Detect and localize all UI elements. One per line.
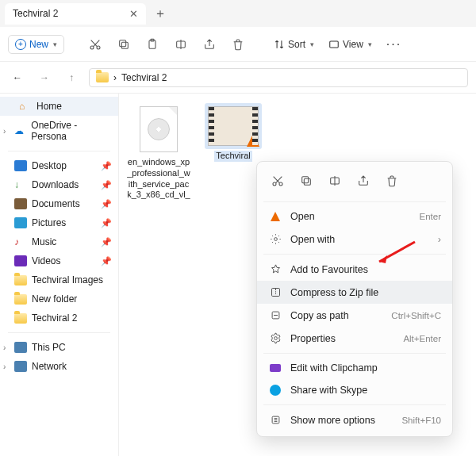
pin-icon: 📌 <box>101 237 112 247</box>
menu-item-compress-zip[interactable]: Compress to Zip file <box>257 281 452 304</box>
delete-icon[interactable] <box>381 170 403 192</box>
paste-icon[interactable] <box>140 33 164 56</box>
tab-title: Techviral 2 <box>13 8 58 19</box>
share-icon[interactable] <box>352 170 374 192</box>
folder-icon <box>96 72 109 82</box>
menu-item-open-with[interactable]: Open with› <box>257 228 452 251</box>
documents-icon <box>14 198 27 209</box>
cloud-icon: ☁ <box>14 125 26 136</box>
share-icon[interactable] <box>198 33 221 56</box>
sidebar-item-documents[interactable]: Documents📌 <box>0 194 118 213</box>
up-button[interactable]: ↑ <box>62 68 81 87</box>
sidebar-item-music[interactable]: ♪Music📌 <box>0 232 118 251</box>
svg-point-13 <box>274 238 277 241</box>
rename-icon[interactable] <box>169 33 193 56</box>
menu-item-skype[interactable]: Share with Skype <box>257 379 452 401</box>
music-icon: ♪ <box>14 236 27 247</box>
copy-icon[interactable] <box>295 170 317 192</box>
file-item-selected[interactable]: Techviral <box>202 103 265 162</box>
properties-icon <box>268 332 282 344</box>
svg-point-1 <box>97 46 100 49</box>
chevron-down-icon: ▾ <box>310 40 314 48</box>
pictures-icon <box>14 217 27 228</box>
sidebar-label: Music <box>32 236 56 247</box>
file-name: Techviral <box>214 151 251 162</box>
clipchamp-icon <box>270 364 281 372</box>
sidebar-item-videos[interactable]: Videos📌 <box>0 251 118 270</box>
menu-item-properties[interactable]: PropertiesAlt+Enter <box>257 327 452 350</box>
file-item[interactable]: en_windows_xp_professional_with_service_… <box>127 103 190 201</box>
star-icon <box>268 263 282 275</box>
sidebar-item-folder[interactable]: Techviral Images <box>0 270 118 289</box>
back-button[interactable]: ← <box>8 68 27 87</box>
sidebar-item-folder[interactable]: New folder <box>0 289 118 308</box>
file-name: en_windows_xp_professional_with_service_… <box>127 157 190 201</box>
folder-icon <box>14 313 27 324</box>
svg-point-16 <box>274 337 277 340</box>
open-with-icon <box>268 233 282 245</box>
view-icon <box>328 39 340 50</box>
svg-point-0 <box>90 46 94 49</box>
breadcrumb-segment[interactable]: Techviral 2 <box>121 72 167 83</box>
window-tab[interactable]: Techviral 2 ✕ <box>5 3 146 25</box>
cut-icon[interactable] <box>83 33 107 56</box>
sidebar: ⌂ Home › ☁ OneDrive - Persona Desktop📌 ↓… <box>0 94 119 456</box>
video-file-icon <box>208 106 259 146</box>
forward-button[interactable]: → <box>35 68 54 87</box>
sidebar-item-pictures[interactable]: Pictures📌 <box>0 213 118 232</box>
sidebar-item-folder[interactable]: Techviral 2 <box>0 308 118 328</box>
svg-point-8 <box>273 182 276 186</box>
context-quick-actions <box>257 167 452 198</box>
downloads-icon: ↓ <box>14 179 27 190</box>
chevron-down-icon: ▾ <box>368 40 372 48</box>
menu-item-favourites[interactable]: Add to Favourites <box>257 258 452 281</box>
more-options-icon[interactable]: ··· <box>382 37 406 52</box>
chevron-right-icon[interactable]: › <box>3 362 6 371</box>
new-button[interactable]: + New ▾ <box>8 35 64 54</box>
svg-rect-3 <box>120 40 126 46</box>
pin-icon: 📌 <box>101 199 112 209</box>
zip-icon <box>268 286 282 298</box>
sidebar-item-network[interactable]: ›Network <box>0 357 118 376</box>
sidebar-item-desktop[interactable]: Desktop📌 <box>0 156 118 175</box>
menu-item-more-options[interactable]: Show more optionsShift+F10 <box>257 408 452 431</box>
pin-icon: 📌 <box>101 256 112 266</box>
sidebar-item-thispc[interactable]: ›This PC <box>0 338 118 357</box>
sidebar-label: Techviral Images <box>32 274 103 285</box>
pc-icon <box>14 342 27 353</box>
sidebar-label: Network <box>32 361 67 372</box>
menu-item-open[interactable]: OpenEnter <box>257 205 452 228</box>
sort-label: Sort <box>288 39 305 50</box>
chevron-right-icon[interactable]: › <box>3 127 6 136</box>
cut-icon[interactable] <box>267 170 289 192</box>
sidebar-item-downloads[interactable]: ↓Downloads📌 <box>0 175 118 194</box>
desktop-icon <box>14 160 27 171</box>
view-button[interactable]: View ▾ <box>324 36 377 53</box>
sidebar-item-home[interactable]: ⌂ Home <box>0 97 118 116</box>
rename-icon[interactable] <box>324 170 346 192</box>
sidebar-label: Videos <box>32 255 60 266</box>
svg-point-9 <box>279 182 282 186</box>
sidebar-label: Documents <box>32 198 80 209</box>
close-tab-icon[interactable]: ✕ <box>129 8 138 20</box>
network-icon <box>14 361 27 372</box>
new-label: New <box>29 39 48 50</box>
address-bar[interactable]: › Techviral 2 <box>89 68 468 87</box>
sidebar-label: Techviral 2 <box>32 312 77 324</box>
sidebar-label: This PC <box>32 342 66 353</box>
home-icon: ⌂ <box>19 101 32 112</box>
tab-bar: Techviral 2 ✕ ＋ <box>0 0 476 27</box>
chevron-right-icon: › <box>438 234 441 245</box>
sort-button[interactable]: Sort ▾ <box>269 36 319 53</box>
pin-icon: 📌 <box>101 180 112 190</box>
folder-icon <box>14 275 27 285</box>
sort-icon <box>274 39 285 50</box>
menu-item-clipchamp[interactable]: Edit with Clipchamp <box>257 357 452 379</box>
menu-item-copy-path[interactable]: Copy as pathCtrl+Shift+C <box>257 304 452 327</box>
delete-icon[interactable] <box>226 33 250 56</box>
chevron-right-icon[interactable]: › <box>3 343 6 352</box>
sidebar-item-onedrive[interactable]: › ☁ OneDrive - Persona <box>0 116 118 146</box>
pin-icon: 📌 <box>101 161 112 171</box>
new-tab-button[interactable]: ＋ <box>154 6 167 22</box>
copy-icon[interactable] <box>112 33 136 56</box>
